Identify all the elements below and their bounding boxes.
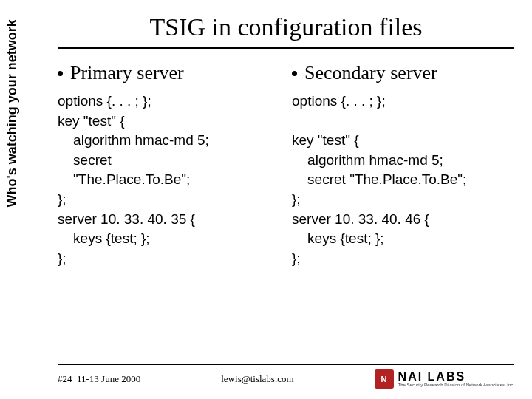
footer-logo: N NAI LABS The Security Research Divisio…: [375, 369, 514, 389]
code-primary: options {. . . ; }; key "test" { algorit…: [58, 92, 280, 268]
heading-text-secondary: Secondary server: [304, 62, 437, 83]
bullet-icon: [292, 71, 297, 76]
footer-left: #24 11-13 June 2000: [58, 373, 140, 385]
logo-sub-text: The Security Research Division of Networ…: [398, 383, 514, 387]
bullet-icon: [58, 71, 63, 76]
slide-title: TSIG in configuration files: [58, 9, 514, 47]
column-heading-secondary: Secondary server: [292, 62, 514, 84]
footer-email: lewis@tislabs.com: [140, 373, 374, 385]
footer-rule: [58, 364, 514, 365]
code-secondary: options {. . . ; }; key "test" { algorit…: [292, 92, 514, 268]
sidebar-tagline: Who's watching your network: [4, 19, 20, 207]
slide-number: #24: [58, 373, 72, 384]
footer-date: 11-13 June 2000: [77, 373, 140, 384]
logo-mark-icon: N: [375, 369, 394, 389]
title-rule: [58, 47, 514, 49]
columns: Primary server options {. . . ; }; key "…: [58, 62, 514, 268]
footer: #24 11-13 June 2000 lewis@tislabs.com N …: [40, 364, 532, 389]
column-secondary: Secondary server options {. . . ; }; key…: [292, 62, 514, 268]
column-primary: Primary server options {. . . ; }; key "…: [58, 62, 280, 268]
column-heading-primary: Primary server: [58, 62, 280, 84]
slide-content: TSIG in configuration files Primary serv…: [40, 0, 532, 399]
footer-row: #24 11-13 June 2000 lewis@tislabs.com N …: [58, 369, 514, 389]
heading-text-primary: Primary server: [70, 62, 184, 83]
logo-main-text: NAI LABS: [398, 371, 514, 383]
